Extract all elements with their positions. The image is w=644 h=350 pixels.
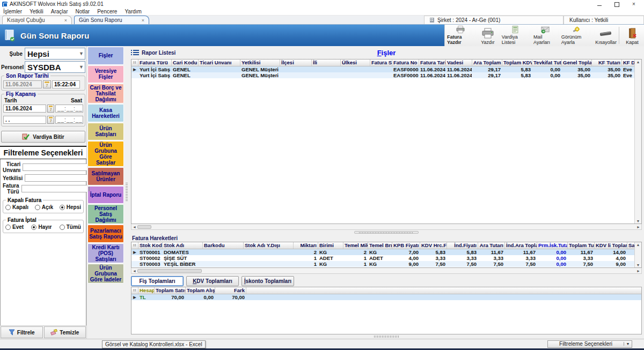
menu-item-0[interactable]: İşlemler — [3, 9, 22, 14]
sidebar-item-10[interactable]: Kredi Kartı (POS) Satışları — [87, 243, 124, 263]
temizle-button[interactable]: Temizle — [44, 326, 86, 338]
column-header[interactable]: Prm.İsk.Tutarı — [537, 242, 568, 249]
sidebar-item-7[interactable]: İptal Raporu — [87, 186, 124, 204]
table-row[interactable]: ▶ST00001DOMATES2KG2KG7,005,835,8311,6711… — [131, 249, 634, 255]
menu-item-2[interactable]: Araçlar — [51, 9, 68, 14]
menu-item-4[interactable]: Pencere — [97, 9, 117, 14]
sidebar-item-11[interactable]: Ürün Grubuna Göre İadeler — [87, 264, 124, 284]
column-header[interactable]: İnd.Fiyatı — [447, 242, 478, 249]
sidebar-item-8[interactable]: Personel Satış Dağılımı — [87, 204, 124, 224]
column-header[interactable]: İli — [312, 59, 341, 66]
fatura-turu-picker-icon[interactable] — [89, 187, 90, 191]
kapanis-date-field-1[interactable]: 11.06.2024 — [3, 105, 46, 113]
scroll-up-icon[interactable]: ▲ — [636, 60, 640, 64]
column-header[interactable]: Fatura Tarihi — [419, 59, 446, 66]
column-header[interactable]: Fark — [215, 287, 246, 294]
column-header[interactable]: Toplam Alış — [186, 287, 215, 294]
column-header[interactable]: KF D — [622, 59, 634, 66]
sidebar-item-4[interactable]: Ürün Satışları — [87, 123, 124, 141]
sube-select[interactable]: Hepsi ▼ — [25, 48, 85, 59]
column-header[interactable]: Ülkesi — [341, 59, 370, 66]
scroll-left-icon[interactable]: ◄ — [133, 225, 136, 229]
column-header[interactable]: Genel Toplam — [562, 59, 592, 66]
close-icon[interactable]: × — [631, 2, 636, 7]
radio-hepsi[interactable]: Hepsi — [60, 204, 81, 210]
column-header[interactable]: Toplam Satış — [155, 287, 186, 294]
calendar-icon[interactable]: 7 — [47, 105, 54, 113]
scroll-up-icon[interactable]: ▲ — [636, 243, 640, 247]
totals-tab-1[interactable]: KDV Toplamları — [186, 276, 239, 286]
calendar-icon[interactable]: 7 — [43, 80, 51, 88]
column-header[interactable]: Hesap — [138, 287, 155, 294]
radio-hayir[interactable]: Hayır — [31, 224, 52, 230]
totals-tab-2[interactable]: İskonto Toplamları — [241, 276, 294, 286]
vardiya-listesi-button[interactable]: Vardiya Listesi — [500, 25, 531, 46]
tab-gun-sonu-raporu[interactable]: Gün Sonu Raporu × — [74, 16, 149, 24]
radio-evet[interactable]: Evet — [5, 224, 24, 230]
radio-acik[interactable]: Açık — [35, 204, 53, 210]
column-header[interactable]: Toplam Tutar — [568, 242, 595, 249]
horizontal-scrollbar[interactable]: ◄ ► — [131, 268, 642, 274]
kapanis-time-field-1[interactable]: __:__:__ — [55, 105, 83, 113]
tab-close-icon[interactable]: × — [64, 18, 67, 23]
scroll-right-icon[interactable]: ► — [636, 269, 640, 273]
column-header[interactable]: KPB Fiyatı — [392, 242, 420, 249]
vardiya-bitir-button[interactable]: Vardiya Bitir — [1, 131, 85, 143]
yazdir-button[interactable]: Yazdır — [476, 25, 500, 46]
sidebar-item-9[interactable]: Pazarlamacı Satış Raporu — [87, 225, 124, 243]
table-row[interactable]: ST00003YEŞİL BİBER1KG1KG9,007,507,507,50… — [131, 261, 634, 267]
personel-select[interactable]: SYSDBA ▼ — [25, 61, 85, 73]
scroll-down-icon[interactable]: ▼ — [636, 263, 640, 267]
column-header[interactable]: Barkodu — [203, 242, 244, 249]
mail-ayarlari-button[interactable]: Mail Ayarları — [531, 25, 559, 46]
sidebar-item-1[interactable]: Veresiye Fişler — [87, 65, 124, 84]
totals-tab-0[interactable]: Fiş Toplamları — [131, 276, 184, 286]
column-header[interactable]: Stok Adı Y.Dışı — [244, 242, 294, 249]
column-header[interactable]: Ara Tutarı — [478, 242, 505, 249]
tab-close-icon[interactable]: × — [142, 18, 144, 23]
table-row[interactable]: ▶Yurt İçi SatışGENELGENEL MüşteriEASF000… — [131, 66, 634, 72]
fatura-yazdir-button[interactable]: Fatura Yazdır — [445, 25, 476, 46]
column-header[interactable]: İnd.Ara Toplam — [505, 242, 537, 249]
sidebar-item-5[interactable]: Ürün Grubuna Göre Satışlar — [87, 141, 124, 167]
column-header[interactable]: Stok Adı — [163, 242, 203, 249]
horizontal-splitter[interactable] — [131, 230, 642, 234]
column-header[interactable]: Tevkifat Tutarı — [532, 59, 562, 66]
gorunum-ayarla-button[interactable]: Görünüm Ayarla — [559, 25, 594, 46]
ticari-unvani-input[interactable] — [23, 163, 97, 171]
filtrele-button[interactable]: Filtrele — [1, 326, 43, 338]
scroll-left-icon[interactable]: ◄ — [133, 269, 136, 273]
column-header[interactable]: Stok Kodu — [138, 242, 163, 249]
column-header[interactable]: Toplam KDV — [502, 59, 532, 66]
column-header[interactable]: Yetkilisi — [240, 59, 280, 66]
column-header[interactable]: Temel Brm. — [368, 242, 392, 249]
kisayollar-button[interactable]: Kısayollar — [594, 25, 618, 46]
column-header[interactable]: Vadesi — [446, 59, 472, 66]
vertical-splitter[interactable] — [125, 46, 129, 339]
vertical-scrollbar[interactable]: ▲▼ — [634, 242, 641, 267]
radio-kapali[interactable]: Kapalı — [5, 204, 28, 210]
horizontal-scrollbar[interactable]: ◄ ► — [131, 224, 642, 230]
column-header[interactable]: KDV Hrc.Fiyat — [420, 242, 447, 249]
column-header[interactable]: Ara Toplam — [472, 59, 502, 66]
column-header[interactable]: Fatura Türü — [138, 59, 172, 66]
table-row[interactable]: Yurt İçi SatışGENELGENEL MüşteriEASF0000… — [131, 72, 634, 78]
sidebar-item-3[interactable]: Kasa Hareketleri — [87, 104, 124, 122]
calendar-icon[interactable]: 7 — [47, 116, 54, 124]
bottom-splitter[interactable] — [131, 334, 642, 339]
vertical-scrollbar[interactable]: ▲▼ — [634, 59, 641, 224]
column-header[interactable]: İlçesi — [280, 59, 312, 66]
table-row[interactable]: ▶TL70,000,0070,00 — [131, 294, 641, 300]
column-header[interactable]: Miktarı — [294, 242, 318, 249]
radio-tumu[interactable]: Tümü — [60, 224, 81, 230]
column-header[interactable]: Cari Kodu — [172, 59, 199, 66]
minimize-icon[interactable] — [597, 2, 602, 7]
scroll-thumb[interactable] — [137, 269, 202, 273]
kapat-button[interactable]: Kapat — [620, 25, 644, 46]
sidebar-item-2[interactable]: Cari Borç ve Tahsilat Dağılımı — [87, 84, 124, 103]
menu-item-3[interactable]: Notlar — [75, 9, 90, 14]
menu-item-5[interactable]: Yardım — [125, 9, 142, 14]
scroll-right-icon[interactable]: ► — [636, 225, 640, 229]
scroll-thumb[interactable] — [137, 225, 151, 229]
column-header[interactable]: KF Tutarı — [592, 59, 622, 66]
